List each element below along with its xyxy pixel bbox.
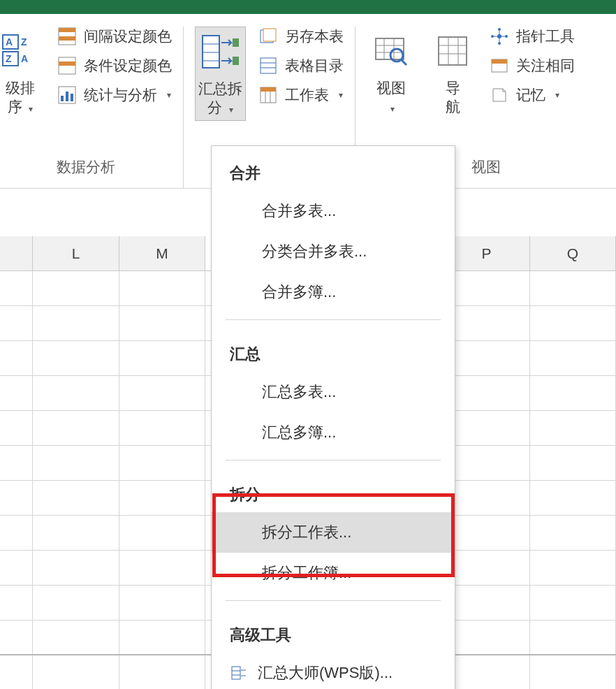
condition-color-icon — [57, 56, 77, 75]
svg-line-36 — [401, 59, 406, 65]
condition-color-button[interactable]: 条件设定颜色 — [57, 56, 172, 75]
pointer-tool-label: 指针工具 — [516, 27, 575, 46]
interval-color-label: 间隔设定颜色 — [84, 27, 172, 46]
memory-button[interactable]: 记忆 ▾ — [490, 85, 575, 105]
menu-divider — [226, 600, 441, 601]
title-bar — [0, 0, 616, 14]
save-as-sheet-label: 另存本表 — [285, 27, 344, 46]
focus-related-label: 关注相同 — [516, 56, 575, 75]
svg-rect-27 — [261, 87, 276, 92]
stats-icon — [57, 85, 77, 105]
sort-button[interactable]: A Z Z A 级排 序 ▾ — [0, 27, 45, 119]
chevron-down-icon: ▾ — [390, 104, 395, 114]
view-button[interactable]: 视图▾ — [367, 27, 416, 119]
svg-rect-12 — [61, 96, 64, 101]
save-as-sheet-button[interactable]: 另存本表 — [258, 27, 344, 46]
svg-rect-19 — [233, 38, 239, 47]
menu-merge-multi-books[interactable]: 合并多簿... — [212, 272, 455, 312]
svg-rect-37 — [439, 37, 467, 65]
svg-point-44 — [498, 42, 501, 45]
menu-split-workbook[interactable]: 拆分工作簿... — [212, 553, 455, 593]
focus-related-button[interactable]: 关注相同 — [490, 56, 575, 75]
menu-section-split: 拆分 — [212, 467, 455, 512]
worksheet-button[interactable]: 工作表 ▾ — [258, 85, 344, 105]
svg-rect-7 — [59, 28, 75, 32]
svg-point-46 — [505, 35, 508, 38]
interval-color-button[interactable]: 间隔设定颜色 — [57, 27, 172, 46]
interval-color-icon — [57, 27, 77, 46]
table-contents-label: 表格目录 — [285, 56, 344, 75]
summary-split-button[interactable]: 汇总拆 分 ▾ — [195, 27, 246, 121]
memory-icon — [490, 85, 509, 105]
menu-category-merge[interactable]: 分类合并多表... — [212, 231, 455, 272]
svg-rect-50 — [492, 59, 507, 64]
svg-text:Z: Z — [6, 53, 12, 64]
svg-rect-8 — [59, 36, 75, 41]
col-header-L[interactable]: L — [33, 236, 119, 270]
menu-divider — [226, 460, 441, 460]
svg-rect-22 — [263, 29, 276, 41]
chevron-down-icon: ▾ — [229, 105, 233, 115]
save-as-sheet-icon — [258, 27, 278, 46]
menu-divider — [226, 319, 441, 320]
svg-text:A: A — [21, 53, 28, 64]
nav-label: 导 航 — [446, 78, 460, 117]
svg-text:A: A — [6, 36, 13, 48]
table-contents-icon — [258, 56, 278, 75]
col-header-M[interactable]: M — [119, 236, 205, 270]
svg-rect-20 — [233, 57, 239, 65]
summary-split-label: 汇总拆 分 ▾ — [198, 79, 242, 117]
menu-merge-multi-sheets[interactable]: 合并多表... — [212, 191, 455, 231]
chevron-down-icon: ▾ — [29, 104, 33, 114]
view-icon — [369, 29, 413, 73]
menu-summary-multi-books[interactable]: 汇总多簿... — [212, 412, 455, 453]
pointer-icon — [490, 27, 509, 46]
nav-button[interactable]: 导 航 — [428, 27, 477, 119]
condition-color-label: 条件设定颜色 — [84, 56, 172, 75]
col-header-Q[interactable]: Q — [530, 236, 616, 270]
chevron-down-icon: ▾ — [339, 90, 343, 100]
summary-master-icon — [230, 663, 249, 683]
nav-icon — [431, 29, 474, 73]
worksheet-icon — [258, 85, 278, 105]
stats-analysis-button[interactable]: 统计与分析 ▾ — [57, 85, 172, 105]
table-contents-button[interactable]: 表格目录 — [258, 56, 344, 75]
worksheet-label: 工作表 — [285, 85, 329, 105]
chevron-down-icon: ▾ — [167, 90, 171, 100]
stats-label: 统计与分析 — [84, 85, 157, 105]
svg-rect-23 — [261, 58, 276, 73]
svg-point-45 — [491, 35, 494, 38]
summary-split-dropdown: 合并 合并多表... 分类合并多表... 合并多簿... 汇总 汇总多表... … — [211, 145, 455, 689]
col-header-P[interactable]: P — [443, 236, 529, 270]
sort-label: 级排 序 ▾ — [6, 78, 35, 117]
svg-rect-15 — [203, 36, 219, 68]
menu-split-worksheet[interactable]: 拆分工作表... — [212, 512, 455, 553]
svg-rect-51 — [232, 667, 240, 679]
menu-section-advanced: 高级工具 — [212, 608, 455, 653]
summary-split-icon — [199, 30, 242, 73]
menu-section-merge: 合并 — [212, 146, 455, 191]
focus-icon — [490, 56, 509, 75]
chevron-down-icon: ▾ — [555, 90, 559, 100]
view-label: 视图▾ — [376, 78, 406, 117]
svg-rect-14 — [71, 94, 73, 101]
memory-label: 记忆 — [516, 85, 545, 105]
col-header-partial[interactable] — [0, 236, 33, 270]
menu-section-summary: 汇总 — [212, 327, 455, 372]
menu-summary-master[interactable]: 汇总大师(WPS版)... — [212, 653, 455, 689]
svg-text:Z: Z — [21, 36, 27, 48]
svg-point-43 — [498, 28, 501, 31]
pointer-tool-button[interactable]: 指针工具 — [490, 27, 575, 46]
menu-summary-multi-sheets[interactable]: 汇总多表... — [212, 372, 455, 412]
sort-icon: A Z Z A — [0, 29, 42, 73]
svg-rect-10 — [59, 61, 75, 66]
svg-rect-13 — [66, 92, 68, 101]
group-label-data-analysis: 数据分析 — [0, 157, 172, 181]
